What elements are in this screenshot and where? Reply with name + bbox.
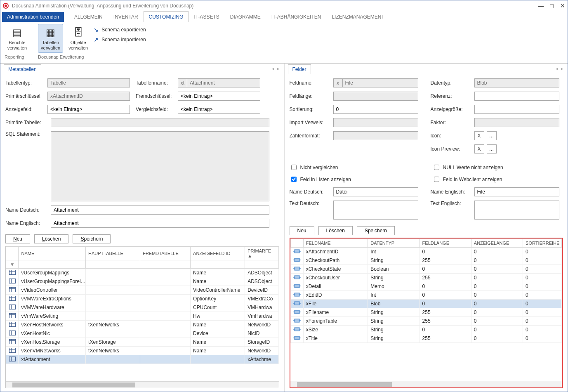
label-text-en: Text Englisch: (431, 201, 472, 206)
minimize-icon[interactable]: — (538, 2, 544, 9)
col-fieldname[interactable]: FELDNAME (303, 239, 368, 248)
schema-import-button[interactable]: ↗ Schema importieren (93, 36, 146, 43)
dispsize-field[interactable] (474, 105, 559, 114)
fieldlen-field[interactable] (333, 92, 418, 101)
field-row[interactable]: xFilenameString25500 (290, 308, 562, 317)
table-row[interactable]: vUserGroupMappingsForei…NameADSObject (6, 277, 279, 286)
field-row[interactable]: xAttachmentIDInt000 (290, 248, 562, 256)
iconprev-clear-button[interactable]: X (474, 144, 484, 153)
field-row[interactable]: xEditIDInt000 (290, 291, 562, 300)
fieldname-field[interactable] (342, 78, 418, 87)
tab-inventar[interactable]: INVENTAR (108, 11, 144, 22)
tab-diagramme[interactable]: DIAGRAMME (225, 11, 266, 22)
table-type-select[interactable] (47, 78, 130, 87)
delete-field-button[interactable]: Löschen (318, 226, 353, 235)
import-field[interactable] (333, 118, 418, 127)
h-scrollbar[interactable] (6, 381, 279, 388)
table-row[interactable]: vUserGroupMappingsNameADSObject (6, 269, 279, 277)
primary-table-field[interactable] (51, 118, 269, 127)
field-row[interactable]: xFileBlob000 (290, 300, 562, 308)
field-row[interactable]: xCheckoutUserString25500 (290, 274, 562, 282)
objects-manage-button[interactable]: 🗄 Objekte verwalten (66, 24, 91, 53)
end-administration-button[interactable]: Administration beenden (2, 12, 64, 22)
col-name[interactable]: NAME (19, 247, 86, 260)
table-row[interactable]: vVMWareHardwareCPUCountVMHardwa (6, 303, 279, 312)
col-for[interactable]: FREMDTABELLE (140, 247, 191, 260)
save-field-button[interactable]: Speichern (357, 226, 395, 235)
field-row[interactable]: xTitleString25500 (290, 334, 562, 343)
datatype-select[interactable] (474, 78, 559, 87)
h-scrollbar-right[interactable] (290, 381, 562, 387)
filter-icon[interactable]: ▼ (10, 262, 15, 267)
name-en-field[interactable] (51, 219, 269, 228)
tab-it-assets[interactable]: IT-ASSETS (189, 11, 224, 22)
save-table-button[interactable]: Speichern (73, 234, 111, 243)
table-row[interactable]: vVmWareSettingHwVmHardwa (6, 312, 279, 321)
numfmt-field[interactable] (333, 131, 418, 140)
tables-manage-button[interactable]: ▦ Tabellen verwalten (38, 24, 63, 53)
display-select[interactable] (47, 105, 130, 114)
col-disp[interactable]: ANZEIGEFELD ID (191, 247, 245, 260)
svg-rect-24 (9, 339, 15, 344)
cmp-select[interactable] (178, 105, 260, 114)
field-row[interactable]: xSizeString000 (290, 326, 562, 334)
col-fieldlen[interactable]: FELDLÄNGE (420, 239, 471, 248)
field-name-de[interactable] (333, 187, 418, 196)
text-en-field[interactable] (474, 201, 559, 220)
field-row[interactable]: xCheckoutPathString25500 (290, 256, 562, 265)
sql-statement-field[interactable] (51, 131, 269, 201)
fields-tab[interactable]: Felder (288, 64, 311, 74)
sort-field[interactable] (333, 105, 418, 114)
reports-manage-button[interactable]: ▤ Berichte verwalten (5, 24, 30, 53)
chk-null-hide[interactable]: NULL Werte nicht anzeigen (432, 163, 503, 171)
text-de-field[interactable] (333, 201, 418, 220)
icon-browse-button[interactable]: … (487, 131, 497, 140)
label-fieldname: Feldname: (290, 80, 331, 86)
col-displen[interactable]: ANZEIGELÄNGE (471, 239, 523, 248)
table-row[interactable]: vVMWareExtraOptionsOptionKeyVMExtraCo (6, 295, 279, 303)
field-row[interactable]: xForeignTableString25500 (290, 317, 562, 326)
col-sortorder[interactable]: SORTIERREIHE (523, 239, 562, 248)
tab-allgemein[interactable]: ALLGEMEIN (69, 11, 108, 22)
new-table-button[interactable]: Neu (5, 234, 30, 243)
table-row[interactable]: xtAttachmentxAttachme (6, 355, 279, 364)
schema-export-button[interactable]: ↘ Schema exportieren (93, 26, 146, 33)
ref-field[interactable] (474, 92, 559, 101)
svg-rect-3 (9, 279, 15, 283)
export-icon: ↘ (93, 26, 99, 33)
tab-lizenzmanagement[interactable]: LIZENZMANAGEMENT (326, 11, 389, 22)
table-row[interactable]: vXenHostNetworkstXenNetworksNameNetworkI… (6, 321, 279, 329)
tablename-field[interactable] (187, 78, 260, 87)
field-row[interactable]: xCheckoutStateBoolean000 (290, 265, 562, 274)
close-icon[interactable]: ✕ (560, 2, 565, 9)
name-de-field[interactable] (51, 205, 269, 215)
ribbon: ▤ Berichte verwalten Reporting ▦ Tabelle… (0, 22, 568, 64)
pane-nav-arrows[interactable]: ◂ ▸ (272, 66, 280, 71)
pk-select[interactable] (47, 92, 130, 101)
table-row[interactable]: vXenHostStoragetXenStorageNameStorageID (6, 338, 279, 347)
pane-nav-arrows-right[interactable]: ◂ ▸ (556, 66, 564, 71)
chk-show-in-web[interactable]: Feld in Webclient anzeigen (432, 175, 502, 183)
fields-grid[interactable]: FELDNAME DATENTYP FELDLÄNGE ANZEIGELÄNGE… (290, 238, 563, 388)
field-row[interactable]: xDetailMemo000 (290, 282, 562, 291)
table-row[interactable]: vXenVMNetworkstXenNetworksNameNetworkID (6, 347, 279, 355)
tab-customizing[interactable]: CUSTOMIZING (144, 11, 189, 22)
fk-select[interactable] (178, 92, 260, 101)
metatables-tab[interactable]: Metatabellen (4, 64, 41, 74)
delete-table-button[interactable]: Löschen (34, 234, 68, 243)
tables-grid[interactable]: NAME HAUPTTABELLE FREMDTABELLE ANZEIGEFE… (5, 246, 279, 388)
tab-it-abhaengigkeiten[interactable]: IT-ABHÄNGIGKEITEN (266, 11, 327, 22)
iconprev-browse-button[interactable]: … (487, 144, 497, 153)
factor-field[interactable] (474, 118, 559, 127)
icon-clear-button[interactable]: X (474, 131, 484, 140)
chk-no-compare[interactable]: Nicht vergleichen (290, 163, 338, 171)
chk-show-in-list[interactable]: Feld in Listen anzeigen (290, 175, 351, 183)
table-row[interactable]: vVideoControllerVideoControllerNameDevic… (6, 286, 279, 295)
table-row[interactable]: vXenHostNicDeviceNicID (6, 329, 279, 338)
new-field-button[interactable]: Neu (290, 226, 314, 235)
col-prim[interactable]: PRIMÄRFE ▲ (245, 247, 278, 260)
col-main[interactable]: HAUPTTABELLE (86, 247, 140, 260)
field-name-en[interactable] (474, 187, 559, 196)
col-datatype[interactable]: DATENTYP (368, 239, 420, 248)
maximize-icon[interactable]: ◻ (549, 2, 554, 9)
